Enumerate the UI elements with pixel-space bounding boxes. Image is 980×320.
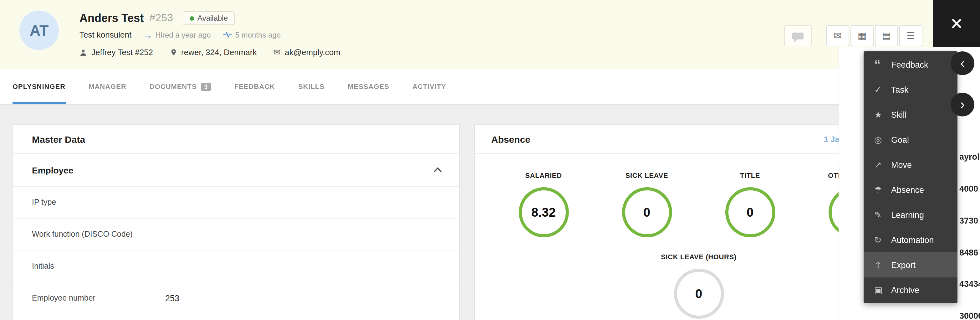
tab-label: MANAGER xyxy=(89,83,126,90)
tab-label: DOCUMENTS xyxy=(150,83,197,90)
side-panel-text: ayroll xyxy=(959,152,980,162)
hired-label: Hired a year ago xyxy=(155,30,211,39)
move-arrow-icon xyxy=(874,160,891,169)
side-panel-text: 8486 I xyxy=(959,248,980,257)
absence-title: Absence xyxy=(491,134,530,144)
chevron-right-button[interactable] xyxy=(951,93,974,116)
app-window: AT Anders Test #253 Available Test konsu… xyxy=(0,0,980,320)
stat-label: TITLE xyxy=(740,172,760,179)
stat-title: TITLE 0 xyxy=(698,172,802,237)
stat-value: 0 xyxy=(695,287,702,301)
export-icon xyxy=(874,261,891,269)
envelope-icon xyxy=(274,48,280,56)
employee-id: #253 xyxy=(149,12,173,24)
field-row: IP type xyxy=(13,186,459,218)
side-panel-text: 4000 xyxy=(959,184,978,194)
stat-label: SICK LEAVE xyxy=(625,172,668,179)
absence-umbrella-icon xyxy=(874,185,891,194)
envelope-icon xyxy=(834,30,842,41)
profile-header: AT Anders Test #253 Available Test konsu… xyxy=(0,0,980,69)
stat-ring: 0 xyxy=(674,269,724,319)
employee-section-toggle[interactable]: Employee xyxy=(13,154,459,186)
menu-item-learning[interactable]: Learning xyxy=(864,202,958,227)
menu-item-label: Move xyxy=(891,160,912,169)
location-pin-icon xyxy=(170,48,177,56)
tab-skills[interactable]: SKILLS xyxy=(298,69,325,104)
automation-refresh-icon xyxy=(874,236,891,244)
menu-item-skill[interactable]: Skill xyxy=(864,102,958,127)
tab-manager[interactable]: MANAGER xyxy=(89,69,126,104)
menu-item-label: Goal xyxy=(891,135,909,144)
side-panel-text: 43434 xyxy=(959,279,980,289)
actions-dropdown-menu: Feedback Task Skill Goal Move Absence Le… xyxy=(864,51,958,303)
documents-count-badge: 3 xyxy=(201,82,211,91)
stat-label: SICK LEAVE (HOURS) xyxy=(661,253,736,261)
field-row: Employee number 253 xyxy=(13,282,459,314)
stat-sick-leave: SICK LEAVE 0 xyxy=(595,172,698,237)
email-contact[interactable]: ak@emply.com xyxy=(274,48,340,57)
menu-item-task[interactable]: Task xyxy=(864,77,958,102)
document-button[interactable] xyxy=(875,25,898,46)
menu-item-label: Export xyxy=(891,260,916,270)
calendar-button[interactable] xyxy=(850,25,873,46)
avatar: AT xyxy=(19,11,59,50)
tab-label: OPLYSNINGER xyxy=(13,83,65,90)
stat-ring: 8.32 xyxy=(519,187,568,237)
hired-arrow-icon xyxy=(143,30,152,39)
menu-item-absence[interactable]: Absence xyxy=(864,177,958,202)
side-panel-text: 3730 D xyxy=(959,216,980,225)
field-label: Employee number xyxy=(32,294,165,302)
menu-item-automation[interactable]: Automation xyxy=(864,227,958,252)
menu-item-goal[interactable]: Goal xyxy=(864,127,958,152)
field-row: Initials xyxy=(13,250,459,282)
send-email-button[interactable] xyxy=(826,25,849,46)
menu-item-archive[interactable]: Archive xyxy=(864,277,958,302)
field-label: IP type xyxy=(32,198,165,207)
chevron-up-icon xyxy=(434,167,442,175)
tab-label: FEEDBACK xyxy=(234,83,275,90)
status-dot-icon xyxy=(189,16,194,20)
identity-block: Anders Test #253 Available Test konsulen… xyxy=(80,11,357,57)
tab-activity[interactable]: ACTIVITY xyxy=(412,69,446,104)
stat-label: SALARIED xyxy=(525,172,562,179)
menu-item-label: Learning xyxy=(891,210,924,220)
hired-meta: Hired a year ago xyxy=(143,30,211,39)
tab-label: MESSAGES xyxy=(348,83,389,90)
tab-documents[interactable]: DOCUMENTS3 xyxy=(150,69,211,104)
comment-button[interactable] xyxy=(784,25,812,46)
field-row: Work function (DISCO Code) xyxy=(13,218,459,250)
stat-sick-leave-hours: SICK LEAVE (HOURS) 0 xyxy=(647,253,750,319)
master-data-card: Master Data Employee IP type Work functi… xyxy=(13,124,460,320)
employee-name: Anders Test xyxy=(80,11,144,25)
availability-badge: Available xyxy=(183,11,235,25)
tab-messages[interactable]: MESSAGES xyxy=(348,69,389,104)
close-icon xyxy=(950,11,963,36)
stat-salaried: SALARIED 8.32 xyxy=(492,172,595,237)
side-panel-text: 30000 xyxy=(959,311,980,320)
tab-bar: OPLYSNINGER MANAGER DOCUMENTS3 FEEDBACK … xyxy=(0,69,980,105)
tab-oplysninger[interactable]: OPLYSNINGER xyxy=(13,69,65,104)
menu-item-label: Absence xyxy=(891,185,924,194)
tenure-label: 5 months ago xyxy=(235,30,281,39)
field-value: 253 xyxy=(165,293,179,303)
manager-contact[interactable]: Jeffrey Test #252 xyxy=(80,48,153,57)
menu-item-label: Archive xyxy=(891,285,919,295)
document-icon xyxy=(882,30,891,41)
job-title: Test konsulent xyxy=(80,30,131,40)
menu-item-label: Task xyxy=(891,85,908,94)
menu-icon xyxy=(907,30,915,41)
menu-item-label: Feedback xyxy=(891,60,928,69)
field-label: Initials xyxy=(32,262,165,271)
menu-item-export[interactable]: Export xyxy=(864,252,958,277)
chevron-left-button[interactable] xyxy=(951,51,974,75)
calendar-icon xyxy=(858,30,866,41)
tab-feedback[interactable]: FEEDBACK xyxy=(234,69,275,104)
chevron-left-icon xyxy=(960,55,965,72)
chevron-right-icon xyxy=(960,96,965,113)
actions-menu-button[interactable] xyxy=(899,25,923,46)
feedback-icon xyxy=(874,58,891,71)
menu-item-feedback[interactable]: Feedback xyxy=(864,52,958,77)
close-panel-button[interactable] xyxy=(933,0,980,47)
menu-item-move[interactable]: Move xyxy=(864,152,958,177)
master-data-title: Master Data xyxy=(32,134,85,144)
